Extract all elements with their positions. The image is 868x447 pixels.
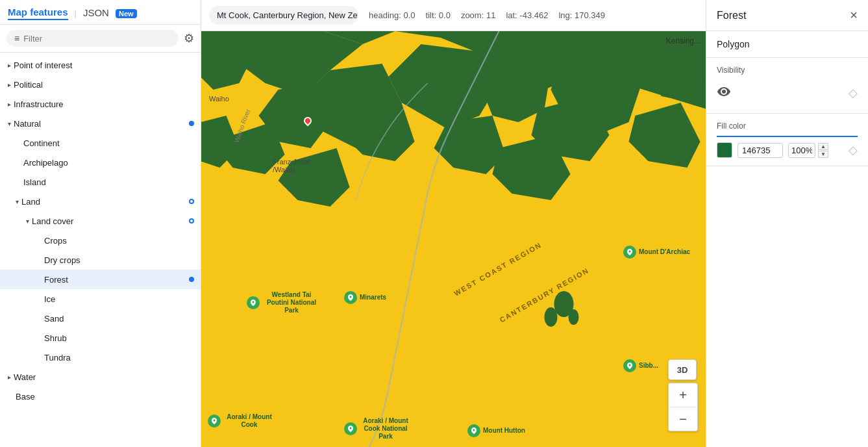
polygon-section: Polygon xyxy=(706,31,868,58)
visibility-label: Visibility xyxy=(717,66,858,75)
sidebar-item-land-cover[interactable]: ▾Land cover xyxy=(0,211,201,231)
westland-marker: Westland Tai Poutini National Park xyxy=(247,291,321,314)
sidebar-item-archipelago[interactable]: Archipelago xyxy=(0,153,201,172)
sidebar-item-point-of-interest[interactable]: ▸Point of interest xyxy=(0,55,201,75)
fill-color-accent-line xyxy=(717,136,858,137)
dot-indicator xyxy=(189,121,194,126)
minarets-marker: Minarets xyxy=(344,291,386,304)
caret-icon: ▸ xyxy=(8,81,11,88)
map-canvas[interactable]: Waiho Waiho River Franz Josef/Waiau WEST… xyxy=(201,31,706,447)
polygon-label: Polygon xyxy=(717,39,750,49)
opacity-stepper: ▲ ▼ xyxy=(818,143,828,158)
caret-icon: ▾ xyxy=(16,198,19,205)
sidebar-header: Map features | JSON New xyxy=(0,0,201,25)
lat-label: lat: -43.462 xyxy=(506,10,548,20)
right-panel-header: Forest × xyxy=(706,0,868,31)
tabs: Map features | JSON New xyxy=(8,6,137,20)
dot-indicator xyxy=(189,277,194,282)
sidebar-item-crops[interactable]: Crops xyxy=(0,231,201,250)
settings-icon[interactable]: ⚙ xyxy=(184,31,194,45)
sidebar-item-continent[interactable]: Continent xyxy=(0,133,201,153)
sidebar-item-base[interactable]: Base xyxy=(0,387,201,406)
sibbe-marker: Sibb... xyxy=(623,359,658,372)
sidebar-item-label: Tundra xyxy=(44,353,194,363)
filter-wrapper[interactable]: ≡ xyxy=(6,30,179,47)
color-swatch[interactable] xyxy=(717,142,732,158)
sidebar-item-forest[interactable]: Forest xyxy=(0,270,201,289)
tab-json[interactable]: JSON xyxy=(83,7,109,19)
sidebar-item-label: Continent xyxy=(23,138,194,148)
sidebar-item-label: Forest xyxy=(44,275,186,285)
location-text: Mt Cook, Canterbury Region, New Ze xyxy=(217,10,358,20)
sidebar-item-land[interactable]: ▾Land xyxy=(0,192,201,211)
location-chip[interactable]: Mt Cook, Canterbury Region, New Ze ✕ xyxy=(209,6,358,25)
filter-bar: ≡ ⚙ xyxy=(0,25,201,53)
sidebar-item-shrub[interactable]: Shrub xyxy=(0,328,201,348)
map-controls: 3D + − xyxy=(668,359,698,431)
visibility-diamond-icon[interactable]: ◇ xyxy=(849,86,858,100)
svg-point-19 xyxy=(569,309,579,325)
new-badge: New xyxy=(116,9,137,18)
opacity-row: ▲ ▼ xyxy=(788,143,843,158)
tilt-label: tilt: 0.0 xyxy=(426,10,451,20)
sidebar-item-label: Infrastructure xyxy=(14,99,194,109)
franz-josef-label: Franz Josef/Waiau xyxy=(273,158,310,173)
svg-marker-13 xyxy=(279,148,350,207)
sidebar-item-natural[interactable]: ▾Natural xyxy=(0,114,201,133)
svg-marker-15 xyxy=(629,103,701,168)
fill-color-section: Fill color ▲ ▼ ◇ xyxy=(706,114,868,166)
zoom-in-button[interactable]: + xyxy=(669,383,697,407)
caret-icon: ▾ xyxy=(26,218,29,225)
visibility-row: ◇ xyxy=(717,80,858,105)
map-container: Mt Cook, Canterbury Region, New Ze ✕ hea… xyxy=(201,0,706,447)
fill-color-label: Fill color xyxy=(717,121,858,131)
eye-icon[interactable] xyxy=(717,85,731,100)
mount-darchiac-marker: Mount D'Archiac xyxy=(623,246,690,259)
sidebar-item-infrastructure[interactable]: ▸Infrastructure xyxy=(0,94,201,114)
sidebar: Map features | JSON New ≡ ⚙ ▸Point of in… xyxy=(0,0,201,447)
sidebar-item-label: Water xyxy=(14,372,194,382)
caret-icon: ▸ xyxy=(8,62,11,69)
sidebar-item-ice[interactable]: Ice xyxy=(0,289,201,309)
sidebar-item-label: Archipelago xyxy=(23,158,194,168)
sidebar-item-tundra[interactable]: Tundra xyxy=(0,348,201,367)
sidebar-item-label: Dry crops xyxy=(44,255,194,265)
sidebar-item-political[interactable]: ▸Political xyxy=(0,75,201,94)
sidebar-item-label: Political xyxy=(14,80,194,90)
3d-button[interactable]: 3D xyxy=(668,359,697,380)
aoraki-marker: Aoraki / Mount Cook xyxy=(208,413,275,429)
right-panel-title: Forest xyxy=(717,10,746,21)
zoom-label: zoom: 11 xyxy=(461,10,495,20)
sidebar-item-label: Base xyxy=(16,392,194,402)
kensing-label: Kensing... xyxy=(666,36,701,45)
sidebar-item-label: Ice xyxy=(44,294,194,304)
sidebar-item-label: Land xyxy=(21,197,186,207)
sidebar-item-label: Land cover xyxy=(32,216,186,226)
tab-map-features[interactable]: Map features xyxy=(8,6,68,20)
visibility-section: Visibility ◇ xyxy=(706,58,868,114)
opacity-input[interactable] xyxy=(788,143,815,158)
mount-hutton-marker: Mount Hutton xyxy=(467,424,525,437)
sidebar-item-dry-crops[interactable]: Dry crops xyxy=(0,250,201,270)
right-panel: Forest × Polygon Visibility ◇ Fill color… xyxy=(706,0,868,447)
sidebar-item-label: Crops xyxy=(44,236,194,246)
waiho-label: Waiho xyxy=(209,95,229,103)
svg-point-18 xyxy=(545,307,558,327)
zoom-out-button[interactable]: − xyxy=(669,407,697,431)
caret-icon: ▸ xyxy=(8,374,11,381)
filter-input[interactable] xyxy=(23,34,171,44)
right-panel-close-button[interactable]: × xyxy=(850,8,858,23)
filter-icon: ≡ xyxy=(14,33,19,44)
color-hex-input[interactable] xyxy=(738,143,783,158)
lng-label: lng: 170.349 xyxy=(558,10,605,20)
fill-color-diamond-icon[interactable]: ◇ xyxy=(849,143,858,157)
opacity-up-button[interactable]: ▲ xyxy=(818,143,828,150)
map-topbar: Mt Cook, Canterbury Region, New Ze ✕ hea… xyxy=(201,0,706,31)
dot-outline-indicator xyxy=(189,199,194,204)
opacity-down-button[interactable]: ▼ xyxy=(818,151,828,158)
sidebar-item-island[interactable]: Island xyxy=(0,172,201,192)
map-info: heading: 0.0 tilt: 0.0 zoom: 11 lat: -43… xyxy=(369,10,605,20)
dot-outline-indicator xyxy=(189,218,194,224)
sidebar-item-water[interactable]: ▸Water xyxy=(0,367,201,387)
sidebar-item-sand[interactable]: Sand xyxy=(0,309,201,328)
